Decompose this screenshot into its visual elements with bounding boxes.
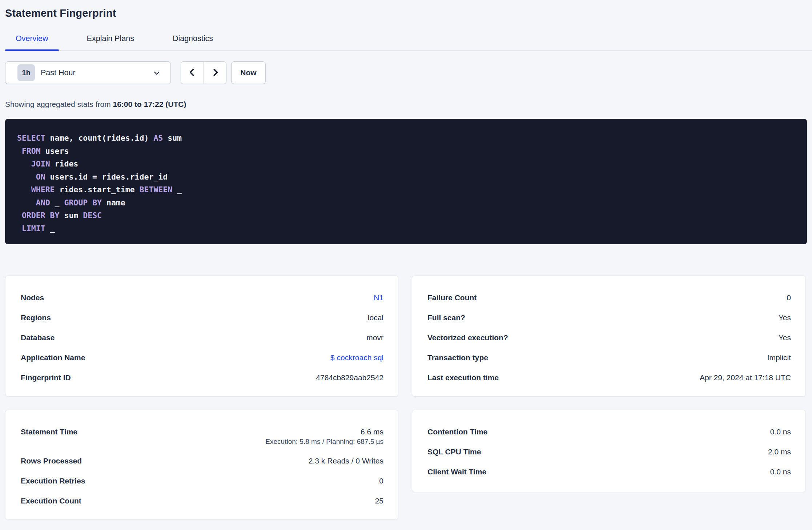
sql-keyword: LIMIT: [22, 224, 45, 233]
sql-text: rides.start_time: [55, 185, 140, 194]
sql-line: LIMIT _: [17, 222, 795, 235]
interval-badge: 1h: [17, 64, 35, 81]
stat-row: Fingerprint ID4784cb829aab2542: [21, 372, 383, 383]
stat-row: SQL CPU Time2.0 ms: [427, 446, 791, 457]
stat-row: Full scan?Yes: [427, 312, 791, 323]
stat-value-group: Yes: [779, 332, 791, 343]
tab-overview[interactable]: Overview: [5, 34, 59, 50]
sql-line: ON users.id = rides.rider_id: [17, 170, 795, 184]
stat-row: Failure Count0: [427, 292, 791, 303]
stat-value: 4784cb829aab2542: [316, 372, 383, 383]
stat-label: Regions: [21, 312, 51, 323]
sql-keyword: ON: [36, 172, 45, 181]
chevron-left-icon: [188, 68, 197, 78]
stat-row: Vectorized execution?Yes: [427, 332, 791, 343]
stat-value: 0: [379, 475, 383, 486]
sql-text: [17, 146, 22, 156]
sql-keyword: WHERE: [31, 185, 55, 194]
stat-label: Application Name: [21, 352, 85, 363]
stat-subvalue: Execution: 5.8 ms / Planning: 687.5 µs: [265, 437, 383, 446]
stat-row: Transaction typeImplicit: [427, 352, 791, 363]
stat-label: Failure Count: [427, 292, 477, 303]
sql-keyword: AND: [36, 198, 50, 207]
sql-line: SELECT name, count(rides.id) AS sum: [17, 132, 795, 145]
stat-value-group: $ cockroach sql: [330, 352, 383, 363]
sql-keyword: ORDER BY: [22, 211, 60, 220]
stat-row: Statement Time6.6 msExecution: 5.8 ms / …: [21, 426, 383, 446]
stat-row: Regionslocal: [21, 312, 383, 323]
sql-text: [17, 172, 36, 181]
stat-value-group: 0.0 ns: [770, 426, 791, 437]
stat-value-group: 0.0 ns: [770, 466, 791, 477]
stat-value-group: movr: [366, 332, 383, 343]
aggregated-stats-line: Showing aggregated stats from 16:00 to 1…: [5, 99, 807, 109]
stat-label: Fingerprint ID: [21, 372, 71, 383]
stat-row: Client Wait Time0.0 ns: [427, 466, 791, 477]
time-range-dropdown[interactable]: 1h Past Hour: [5, 61, 171, 84]
stat-value-group: 0: [379, 475, 383, 486]
sql-text: users: [41, 146, 69, 156]
stat-label: Last execution time: [427, 372, 499, 383]
sql-line: JOIN rides: [17, 157, 795, 170]
sql-line: ORDER BY sum DESC: [17, 209, 795, 222]
stat-row: Last execution timeApr 29, 2024 at 17:18…: [427, 372, 791, 383]
sql-text: [17, 211, 22, 220]
stat-row: NodesN1: [21, 292, 383, 303]
sql-text: rides: [50, 159, 79, 168]
sql-text: name, count(rides.id): [45, 133, 154, 142]
now-button[interactable]: Now: [231, 61, 266, 84]
sql-keyword: BETWEEN: [140, 185, 173, 194]
stat-row: Application Name$ cockroach sql: [21, 352, 383, 363]
sql-keyword: JOIN: [31, 159, 50, 168]
summary-cards: NodesN1RegionslocalDatabasemovrApplicati…: [5, 276, 807, 520]
next-time-button[interactable]: [204, 62, 226, 84]
stats-line-range: 16:00 to 17:22 (UTC): [113, 100, 186, 108]
sql-keyword: FROM: [22, 146, 41, 156]
stat-row: Contention Time0.0 ns: [427, 426, 791, 437]
sql-text: _: [172, 185, 182, 194]
sql-text: sum: [163, 133, 182, 142]
statement-fingerprint-page: Statement Fingerprint Overview Explain P…: [0, 0, 812, 530]
stat-value: Apr 29, 2024 at 17:18 UTC: [700, 372, 791, 383]
stat-label: Execution Count: [21, 495, 81, 506]
sql-text: _: [45, 224, 55, 233]
tab-diagnostics[interactable]: Diagnostics: [162, 34, 224, 50]
sql-text: _: [50, 198, 64, 207]
stat-value-link[interactable]: N1: [374, 292, 383, 303]
overview-details-left-card: NodesN1RegionslocalDatabasemovrApplicati…: [5, 276, 398, 397]
sql-line: FROM users: [17, 145, 795, 158]
time-stats-card: Contention Time0.0 nsSQL CPU Time2.0 msC…: [412, 410, 806, 492]
stat-value-group: 2.3 k Reads / 0 Writes: [309, 455, 383, 466]
stat-row: Rows Processed2.3 k Reads / 0 Writes: [21, 455, 383, 466]
chevron-right-icon: [210, 68, 220, 78]
stat-value: 6.6 ms: [361, 426, 383, 437]
stat-value: Yes: [779, 332, 791, 343]
stat-label: Database: [21, 332, 55, 343]
stat-value-group: 2.0 ms: [768, 446, 791, 457]
stat-value: 2.3 k Reads / 0 Writes: [309, 455, 383, 466]
stat-label: Client Wait Time: [427, 466, 486, 477]
stat-value: 2.0 ms: [768, 446, 791, 457]
tab-explain-plans[interactable]: Explain Plans: [76, 34, 145, 50]
stat-label: Transaction type: [427, 352, 488, 363]
previous-time-button[interactable]: [181, 62, 204, 84]
sql-keyword: AS: [153, 133, 163, 142]
stat-row: Execution Count25: [21, 495, 383, 506]
stat-label: Statement Time: [21, 426, 77, 437]
stat-label: Nodes: [21, 292, 44, 303]
stat-value: 25: [375, 495, 383, 506]
sql-statement-box: SELECT name, count(rides.id) AS sum FROM…: [5, 119, 807, 244]
stats-line-prefix: Showing aggregated stats from: [5, 100, 113, 108]
sql-text: name: [102, 198, 125, 207]
sql-text: [17, 198, 36, 207]
stat-label: Rows Processed: [21, 455, 82, 466]
stat-value-group: 25: [375, 495, 383, 506]
stat-value-link[interactable]: $ cockroach sql: [330, 352, 383, 363]
stat-row: Execution Retries0: [21, 475, 383, 486]
time-step-buttons: [181, 61, 226, 84]
stat-value: 0: [787, 292, 791, 303]
stat-value: 0.0 ns: [770, 426, 791, 437]
sql-text: users.id = rides.rider_id: [45, 172, 168, 181]
sql-text: [17, 224, 22, 233]
stat-label: Full scan?: [427, 312, 465, 323]
